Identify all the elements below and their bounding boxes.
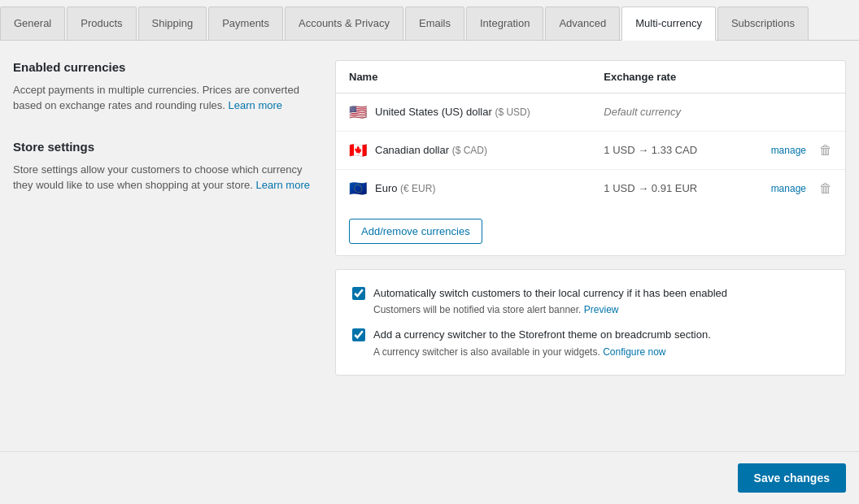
checkbox-wrap-1[interactable] <box>352 328 365 344</box>
flag-1: 🇨🇦 <box>349 143 368 158</box>
manage-link-2[interactable]: manage <box>771 183 806 194</box>
store-settings-title: Store settings <box>13 140 322 154</box>
currency-actions-2: manage 🗑 <box>751 181 832 196</box>
checkbox-row-0: Automatically switch customers to their … <box>352 286 829 317</box>
store-settings-section-desc: Store settings Store settings allow your… <box>13 140 322 193</box>
tab-general[interactable]: General <box>0 7 65 40</box>
currency-actions-1: manage 🗑 <box>751 143 832 158</box>
tabs-bar: GeneralProductsShippingPaymentsAccounts … <box>0 0 859 41</box>
add-remove-row: Add/remove currencies <box>336 207 845 255</box>
currency-name-1: 🇨🇦 Canadian dollar ($ CAD) <box>349 143 578 158</box>
exchange-rate-2: 1 USD → 0.91 EUR <box>604 182 697 194</box>
currency-row-2: 🇪🇺 Euro (€ EUR) 1 USD → 0.91 EUR manage … <box>336 169 845 207</box>
enabled-currencies-section: Enabled currencies Accept payments in mu… <box>13 60 322 114</box>
tab-payments[interactable]: Payments <box>208 7 283 40</box>
tab-advanced[interactable]: Advanced <box>545 7 620 40</box>
checkbox-label-group-1: Add a currency switcher to the Storefron… <box>373 328 711 358</box>
default-label-0: Default currency <box>604 106 681 118</box>
currencies-panel: Name Exchange rate 🇺🇸 United States (US)… <box>335 60 846 256</box>
enabled-currencies-desc: Accept payments in multiple currencies. … <box>13 82 322 114</box>
save-changes-button[interactable]: Save changes <box>738 463 846 493</box>
checkbox-sub-link-0[interactable]: Preview <box>584 304 619 315</box>
currency-row-1: 🇨🇦 Canadian dollar ($ CAD) 1 USD → 1.33 … <box>336 131 845 169</box>
store-settings-learn-more[interactable]: Learn more <box>255 179 309 191</box>
exchange-rate-1: 1 USD → 1.33 CAD <box>604 144 697 156</box>
sidebar: Enabled currencies Accept payments in mu… <box>13 60 322 389</box>
delete-icon-2[interactable]: 🗑 <box>819 181 832 196</box>
flag-2: 🇪🇺 <box>349 181 368 196</box>
manage-link-1[interactable]: manage <box>771 145 806 156</box>
col-name: Name <box>336 61 591 93</box>
flag-0: 🇺🇸 <box>349 105 368 119</box>
currency-table: Name Exchange rate 🇺🇸 United States (US)… <box>336 61 845 207</box>
tab-products[interactable]: Products <box>67 7 136 40</box>
tab-emails[interactable]: Emails <box>405 7 464 40</box>
currency-label-2: Euro (€ EUR) <box>375 182 435 194</box>
checkbox-wrap-0[interactable] <box>352 287 365 302</box>
checkbox-label-group-0: Automatically switch customers to their … <box>373 286 727 317</box>
add-remove-button[interactable]: Add/remove currencies <box>349 219 482 244</box>
tab-shipping[interactable]: Shipping <box>138 7 207 40</box>
enabled-currencies-learn-more[interactable]: Learn more <box>229 99 282 111</box>
checkbox-sub-label-0: Customers will be notified via store ale… <box>373 303 727 317</box>
col-exchange: Exchange rate <box>591 61 738 93</box>
main-content: Enabled currencies Accept payments in mu… <box>0 41 859 409</box>
checkbox-currency-switcher[interactable] <box>352 328 365 341</box>
checkbox-main-label-1[interactable]: Add a currency switcher to the Storefron… <box>373 328 711 342</box>
checkbox-sub-link-1[interactable]: Configure now <box>603 346 665 358</box>
checkbox-auto-switch[interactable] <box>352 287 365 300</box>
tab-subscriptions[interactable]: Subscriptions <box>717 7 809 40</box>
tab-integration[interactable]: Integration <box>466 7 543 40</box>
col-actions <box>738 61 845 93</box>
enabled-currencies-title: Enabled currencies <box>13 60 322 74</box>
store-settings-desc: Store settings allow your customers to c… <box>13 162 322 193</box>
checkbox-main-label-0[interactable]: Automatically switch customers to their … <box>373 286 727 301</box>
currency-label-0: United States (US) dollar ($ USD) <box>375 106 530 118</box>
tab-multi-currency[interactable]: Multi-currency <box>621 7 716 41</box>
panels-column: Name Exchange rate 🇺🇸 United States (US)… <box>335 60 846 389</box>
store-settings-panel: Automatically switch customers to their … <box>335 269 846 376</box>
currency-name-0: 🇺🇸 United States (US) dollar ($ USD) <box>349 105 578 119</box>
currency-row-0: 🇺🇸 United States (US) dollar ($ USD) Def… <box>336 93 845 131</box>
checkbox-row-1: Add a currency switcher to the Storefron… <box>352 328 829 358</box>
currency-name-2: 🇪🇺 Euro (€ EUR) <box>349 181 578 196</box>
footer-bar: Save changes <box>0 451 859 504</box>
currency-label-1: Canadian dollar ($ CAD) <box>375 144 487 156</box>
tab-accounts-privacy[interactable]: Accounts & Privacy <box>285 7 403 40</box>
checkbox-sub-label-1: A currency switcher is also available in… <box>373 345 711 359</box>
delete-icon-1[interactable]: 🗑 <box>819 143 832 158</box>
